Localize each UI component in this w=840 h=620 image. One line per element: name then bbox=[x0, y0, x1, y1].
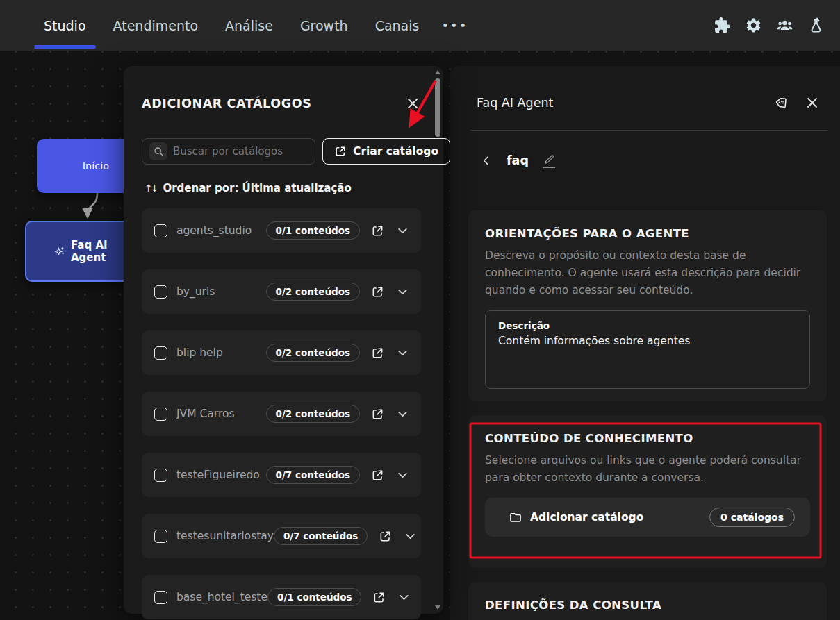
catalog-search-input[interactable] bbox=[173, 145, 308, 158]
expand-catalog-button[interactable] bbox=[395, 224, 410, 238]
expand-catalog-button[interactable] bbox=[397, 590, 411, 605]
open-catalog-button[interactable] bbox=[370, 345, 386, 361]
sort-by-label: Ordenar por: Última atualização bbox=[163, 182, 351, 194]
chevron-down-icon bbox=[397, 408, 409, 420]
expand-catalog-button[interactable] bbox=[395, 285, 410, 299]
nav-tab-studio[interactable]: Studio bbox=[44, 1, 86, 50]
expand-catalog-button[interactable] bbox=[395, 407, 410, 421]
adicionar-catalogos-modal: ADICIONAR CATÁLOGOS bbox=[124, 66, 443, 614]
panel-title: Faq AI Agent bbox=[477, 96, 553, 110]
open-catalog-button[interactable] bbox=[370, 284, 386, 300]
nav-tab-growth[interactable]: Growth bbox=[300, 1, 348, 50]
external-link-icon bbox=[371, 469, 384, 482]
scrollbar-down-arrow[interactable] bbox=[435, 605, 440, 610]
definicoes-title: DEFINIÇÕES DA CONSULTA bbox=[485, 598, 810, 612]
expand-catalog-button[interactable] bbox=[403, 529, 418, 544]
search-icon-chip bbox=[149, 142, 167, 160]
catalog-name: testesunitariostay bbox=[176, 530, 274, 542]
catalog-count-badge: 0/2 conteúdos bbox=[266, 283, 361, 301]
catalog-row-teste-figueiredo[interactable]: testeFigueiredo 0/7 conteúdos bbox=[142, 453, 421, 497]
open-catalog-button[interactable] bbox=[377, 528, 393, 544]
adicionar-catalogo-button[interactable]: Adicionar catálogo 0 catálogos bbox=[485, 498, 810, 537]
catalog-checkbox[interactable] bbox=[154, 408, 167, 421]
modal-close-button[interactable] bbox=[404, 95, 421, 112]
users-group-icon[interactable] bbox=[776, 17, 793, 34]
open-catalog-button[interactable] bbox=[370, 406, 386, 422]
conteudo-section: CONTEÚDO DE CONHECIMENTO Selecione arqui… bbox=[468, 415, 827, 568]
catalog-name: base_hotel_teste bbox=[176, 591, 267, 603]
orientacoes-section: ORIENTAÇÕES PARA O AGENTE Descreva o pro… bbox=[468, 210, 827, 401]
extensions-puzzle-icon[interactable] bbox=[714, 17, 731, 34]
catalog-row-by-urls[interactable]: by_urls 0/2 conteúdos bbox=[142, 269, 421, 314]
search-icon bbox=[153, 146, 164, 157]
catalog-count-badge: 0/2 conteúdos bbox=[266, 405, 361, 423]
pencil-edit-icon bbox=[543, 153, 556, 166]
catalog-count-badge: 0/7 conteúdos bbox=[274, 527, 368, 545]
external-link-icon bbox=[379, 530, 392, 543]
catalog-row-blip-help[interactable]: blip help 0/2 conteúdos bbox=[142, 330, 421, 375]
expand-catalog-button[interactable] bbox=[395, 468, 410, 483]
back-button[interactable] bbox=[479, 154, 493, 167]
catalog-checkbox[interactable] bbox=[154, 285, 167, 299]
flow-node-start-label: Início bbox=[83, 160, 109, 171]
chevron-down-icon bbox=[397, 225, 409, 237]
catalog-count-badge: 0/2 conteúdos bbox=[266, 344, 361, 362]
modal-title: ADICIONAR CATÁLOGOS bbox=[142, 97, 311, 110]
open-catalog-button[interactable] bbox=[371, 589, 387, 605]
close-icon bbox=[805, 96, 819, 110]
chevron-left-icon bbox=[481, 156, 491, 166]
nav-tabs: Studio Atendimento Análise Growth Canais bbox=[44, 1, 419, 50]
descricao-field[interactable]: Descrição Contém informações sobre agent… bbox=[485, 310, 810, 389]
close-icon bbox=[406, 97, 420, 110]
faq-ai-agent-panel: Faq AI Agent bbox=[450, 66, 840, 620]
catalog-name: JVM Carros bbox=[176, 408, 235, 420]
chevron-down-icon bbox=[397, 347, 409, 359]
catalog-checkbox[interactable] bbox=[154, 469, 167, 482]
external-link-icon bbox=[371, 408, 384, 421]
edit-name-button[interactable] bbox=[543, 153, 556, 168]
open-catalog-button[interactable] bbox=[370, 467, 386, 483]
catalog-checkbox[interactable] bbox=[154, 346, 167, 360]
app-window: Início Faq AI Agent Studio Atendimento A… bbox=[0, 0, 840, 620]
external-link-icon bbox=[334, 145, 347, 158]
panel-close-button[interactable] bbox=[804, 94, 821, 111]
catalog-name: testeFigueiredo bbox=[176, 469, 260, 481]
folder-icon bbox=[509, 510, 522, 524]
scrollbar-up-arrow[interactable] bbox=[435, 70, 440, 74]
external-link-icon bbox=[371, 224, 384, 237]
chevron-down-icon bbox=[397, 286, 409, 298]
catalog-row-agents-studio[interactable]: agents_studio 0/1 conteúdos bbox=[142, 208, 421, 253]
expand-catalog-button[interactable] bbox=[395, 346, 410, 360]
catalog-checkbox[interactable] bbox=[154, 530, 167, 543]
sort-arrows-icon: ↑↓ bbox=[145, 183, 156, 194]
catalog-name: by_urls bbox=[176, 285, 215, 298]
settings-gear-icon[interactable] bbox=[745, 17, 762, 34]
external-link-icon bbox=[371, 346, 384, 360]
nav-tab-canais[interactable]: Canais bbox=[375, 1, 420, 50]
breadcrumb: faq bbox=[450, 131, 840, 168]
knowledge-base-name: faq bbox=[507, 153, 529, 167]
scrollbar-thumb[interactable] bbox=[435, 78, 440, 137]
catalog-row-testesunitariostay[interactable]: testesunitariostay 0/7 conteúdos bbox=[142, 514, 421, 558]
lab-flask-icon[interactable] bbox=[807, 17, 825, 34]
top-nav: Studio Atendimento Análise Growth Canais… bbox=[0, 0, 840, 51]
modal-scrollbar[interactable] bbox=[434, 69, 441, 611]
external-link-icon bbox=[371, 285, 384, 299]
sort-by-control[interactable]: ↑↓ Ordenar por: Última atualização bbox=[145, 182, 421, 194]
orientacoes-description: Descreva o propósito ou contexto desta b… bbox=[485, 247, 810, 299]
conteudo-title: CONTEÚDO DE CONHECIMENTO bbox=[485, 432, 810, 445]
nav-more-menu[interactable]: ••• bbox=[441, 18, 468, 33]
tag-button[interactable] bbox=[773, 94, 791, 112]
open-catalog-button[interactable] bbox=[370, 223, 386, 239]
nav-tab-analise[interactable]: Análise bbox=[225, 1, 273, 50]
criar-catalogo-button[interactable]: Criar catálogo bbox=[322, 138, 450, 165]
chevron-down-icon bbox=[404, 530, 416, 542]
nav-icon-group bbox=[714, 17, 825, 34]
tag-icon bbox=[775, 95, 790, 110]
orientacoes-title: ORIENTAÇÕES PARA O AGENTE bbox=[485, 227, 810, 240]
catalog-checkbox[interactable] bbox=[154, 591, 167, 604]
nav-tab-atendimento[interactable]: Atendimento bbox=[113, 1, 199, 50]
catalog-row-base-hotel-teste[interactable]: base_hotel_teste 0/1 conteúdos bbox=[142, 575, 421, 619]
catalog-row-jvm-carros[interactable]: JVM Carros 0/2 conteúdos bbox=[142, 392, 421, 436]
catalog-checkbox[interactable] bbox=[154, 224, 167, 237]
